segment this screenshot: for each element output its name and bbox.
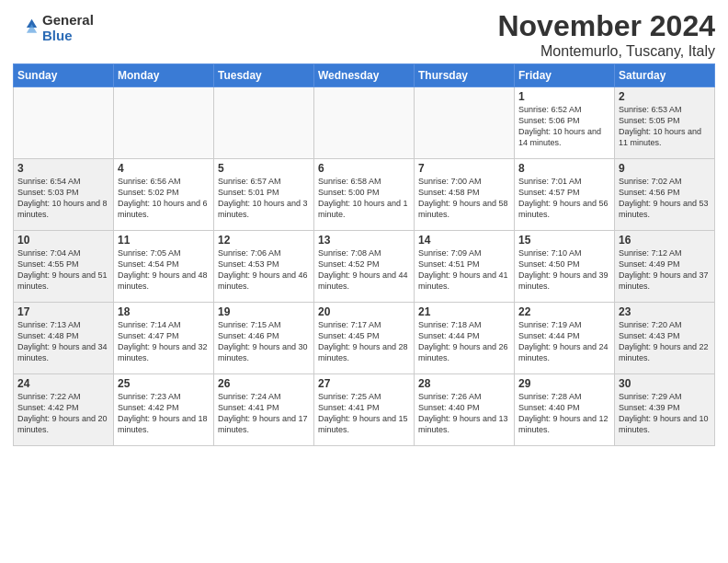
day-info: Sunrise: 6:56 AM Sunset: 5:02 PM Dayligh…: [118, 176, 210, 221]
day-number: 17: [17, 305, 109, 318]
week-row-4: 17Sunrise: 7:13 AM Sunset: 4:48 PM Dayli…: [14, 303, 715, 374]
table-row: 23Sunrise: 7:20 AM Sunset: 4:43 PM Dayli…: [615, 303, 715, 374]
table-row: 28Sunrise: 7:26 AM Sunset: 4:40 PM Dayli…: [415, 374, 515, 446]
day-info: Sunrise: 7:12 AM Sunset: 4:49 PM Dayligh…: [619, 247, 711, 293]
logo: General Blue: [13, 13, 94, 43]
day-number: 13: [318, 234, 410, 247]
table-row: 21Sunrise: 7:18 AM Sunset: 4:44 PM Dayli…: [415, 303, 515, 374]
week-row-3: 10Sunrise: 7:04 AM Sunset: 4:55 PM Dayli…: [14, 231, 715, 303]
table-row: [14, 87, 114, 159]
week-row-2: 3Sunrise: 6:54 AM Sunset: 5:03 PM Daylig…: [14, 159, 715, 231]
table-row: 27Sunrise: 7:25 AM Sunset: 4:41 PM Dayli…: [314, 374, 415, 446]
day-number: 10: [17, 234, 109, 247]
day-number: 29: [518, 377, 610, 390]
table-row: 26Sunrise: 7:24 AM Sunset: 4:41 PM Dayli…: [214, 374, 314, 446]
calendar-table: Sunday Monday Tuesday Wednesday Thursday…: [13, 63, 715, 446]
table-row: 20Sunrise: 7:17 AM Sunset: 4:45 PM Dayli…: [314, 303, 415, 374]
day-number: 14: [418, 234, 510, 247]
day-info: Sunrise: 7:20 AM Sunset: 4:43 PM Dayligh…: [619, 319, 711, 364]
table-row: [214, 87, 314, 159]
logo-general-text: General: [42, 13, 94, 29]
day-info: Sunrise: 7:17 AM Sunset: 4:45 PM Dayligh…: [318, 319, 410, 364]
table-row: 22Sunrise: 7:19 AM Sunset: 4:44 PM Dayli…: [515, 303, 615, 374]
day-info: Sunrise: 7:15 AM Sunset: 4:46 PM Dayligh…: [218, 319, 310, 364]
day-number: 1: [518, 90, 610, 103]
col-wednesday: Wednesday: [314, 64, 415, 87]
table-row: 5Sunrise: 6:57 AM Sunset: 5:01 PM Daylig…: [214, 159, 314, 231]
table-row: 18Sunrise: 7:14 AM Sunset: 4:47 PM Dayli…: [114, 303, 214, 374]
day-info: Sunrise: 6:53 AM Sunset: 5:05 PM Dayligh…: [619, 104, 711, 149]
title-block: November 2024 Montemurlo, Tuscany, Italy: [497, 9, 715, 60]
day-number: 22: [518, 305, 610, 318]
logo-icon: [13, 16, 39, 41]
day-info: Sunrise: 7:29 AM Sunset: 4:39 PM Dayligh…: [619, 391, 711, 436]
table-row: 19Sunrise: 7:15 AM Sunset: 4:46 PM Dayli…: [214, 303, 314, 374]
table-row: 17Sunrise: 7:13 AM Sunset: 4:48 PM Dayli…: [14, 303, 114, 374]
table-row: [114, 87, 214, 159]
day-info: Sunrise: 7:18 AM Sunset: 4:44 PM Dayligh…: [418, 319, 510, 364]
month-title: November 2024: [497, 9, 715, 43]
day-number: 4: [118, 162, 210, 175]
table-row: 6Sunrise: 6:58 AM Sunset: 5:00 PM Daylig…: [314, 159, 415, 231]
table-row: 3Sunrise: 6:54 AM Sunset: 5:03 PM Daylig…: [14, 159, 114, 231]
day-number: 27: [318, 377, 410, 390]
day-number: 25: [118, 377, 210, 390]
week-row-1: 1Sunrise: 6:52 AM Sunset: 5:06 PM Daylig…: [14, 87, 715, 159]
table-row: 25Sunrise: 7:23 AM Sunset: 4:42 PM Dayli…: [114, 374, 214, 446]
day-info: Sunrise: 7:10 AM Sunset: 4:50 PM Dayligh…: [518, 247, 610, 293]
day-number: 11: [118, 234, 210, 247]
day-number: 26: [218, 377, 310, 390]
logo-blue-text: Blue: [42, 29, 94, 44]
day-number: 16: [619, 234, 711, 247]
table-row: 15Sunrise: 7:10 AM Sunset: 4:50 PM Dayli…: [515, 231, 615, 303]
day-number: 3: [17, 162, 109, 175]
day-info: Sunrise: 7:05 AM Sunset: 4:54 PM Dayligh…: [118, 247, 210, 293]
table-row: [314, 87, 415, 159]
day-number: 19: [218, 305, 310, 318]
day-number: 30: [619, 377, 711, 390]
day-number: 21: [418, 305, 510, 318]
day-info: Sunrise: 7:08 AM Sunset: 4:52 PM Dayligh…: [318, 247, 410, 293]
day-number: 6: [318, 162, 410, 175]
table-row: 24Sunrise: 7:22 AM Sunset: 4:42 PM Dayli…: [14, 374, 114, 446]
day-info: Sunrise: 7:09 AM Sunset: 4:51 PM Dayligh…: [418, 247, 510, 293]
day-info: Sunrise: 7:25 AM Sunset: 4:41 PM Dayligh…: [318, 391, 410, 436]
col-sunday: Sunday: [14, 64, 114, 87]
day-info: Sunrise: 7:28 AM Sunset: 4:40 PM Dayligh…: [518, 391, 610, 436]
table-row: 30Sunrise: 7:29 AM Sunset: 4:39 PM Dayli…: [615, 374, 715, 446]
day-number: 20: [318, 305, 410, 318]
week-row-5: 24Sunrise: 7:22 AM Sunset: 4:42 PM Dayli…: [14, 374, 715, 446]
table-row: 9Sunrise: 7:02 AM Sunset: 4:56 PM Daylig…: [615, 159, 715, 231]
table-row: 10Sunrise: 7:04 AM Sunset: 4:55 PM Dayli…: [14, 231, 114, 303]
table-row: 1Sunrise: 6:52 AM Sunset: 5:06 PM Daylig…: [515, 87, 615, 159]
day-number: 8: [518, 162, 610, 175]
day-number: 5: [218, 162, 310, 175]
day-info: Sunrise: 7:23 AM Sunset: 4:42 PM Dayligh…: [118, 391, 210, 436]
col-friday: Friday: [515, 64, 615, 87]
day-number: 7: [418, 162, 510, 175]
day-number: 9: [619, 162, 711, 175]
day-info: Sunrise: 7:06 AM Sunset: 4:53 PM Dayligh…: [218, 247, 310, 293]
table-row: 16Sunrise: 7:12 AM Sunset: 4:49 PM Dayli…: [615, 231, 715, 303]
day-info: Sunrise: 7:13 AM Sunset: 4:48 PM Dayligh…: [17, 319, 109, 364]
day-number: 23: [619, 305, 711, 318]
day-info: Sunrise: 7:24 AM Sunset: 4:41 PM Dayligh…: [218, 391, 310, 436]
day-info: Sunrise: 7:14 AM Sunset: 4:47 PM Dayligh…: [118, 319, 210, 364]
table-row: 4Sunrise: 6:56 AM Sunset: 5:02 PM Daylig…: [114, 159, 214, 231]
day-info: Sunrise: 7:04 AM Sunset: 4:55 PM Dayligh…: [17, 247, 109, 293]
table-row: 13Sunrise: 7:08 AM Sunset: 4:52 PM Dayli…: [314, 231, 415, 303]
day-info: Sunrise: 6:54 AM Sunset: 5:03 PM Dayligh…: [17, 176, 109, 221]
page-header: General Blue November 2024 Montemurlo, T…: [13, 9, 715, 60]
day-info: Sunrise: 6:57 AM Sunset: 5:01 PM Dayligh…: [218, 176, 310, 221]
table-row: 11Sunrise: 7:05 AM Sunset: 4:54 PM Dayli…: [114, 231, 214, 303]
day-number: 12: [218, 234, 310, 247]
day-info: Sunrise: 7:22 AM Sunset: 4:42 PM Dayligh…: [17, 391, 109, 436]
day-info: Sunrise: 7:26 AM Sunset: 4:40 PM Dayligh…: [418, 391, 510, 436]
table-row: 2Sunrise: 6:53 AM Sunset: 5:05 PM Daylig…: [615, 87, 715, 159]
day-info: Sunrise: 7:01 AM Sunset: 4:57 PM Dayligh…: [518, 176, 610, 221]
day-info: Sunrise: 7:00 AM Sunset: 4:58 PM Dayligh…: [418, 176, 510, 221]
day-number: 18: [118, 305, 210, 318]
col-tuesday: Tuesday: [214, 64, 314, 87]
day-info: Sunrise: 6:58 AM Sunset: 5:00 PM Dayligh…: [318, 176, 410, 221]
calendar-header-row: Sunday Monday Tuesday Wednesday Thursday…: [14, 64, 715, 87]
